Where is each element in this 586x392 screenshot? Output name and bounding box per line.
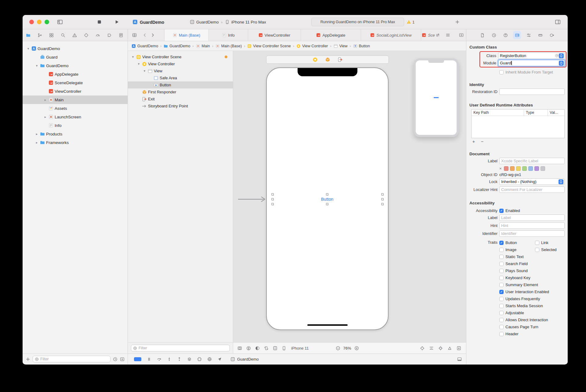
breadcrumb-item-guarddemo[interactable]: GuardDemo — [164, 44, 190, 48]
color-swatch-1[interactable] — [510, 166, 515, 171]
accessibility-hint-input[interactable] — [499, 222, 565, 229]
navigator-item-assets[interactable]: Assets — [23, 104, 128, 113]
canvas-control-rotate[interactable] — [264, 346, 269, 351]
zoom-level[interactable]: 76% — [343, 346, 351, 351]
color-swatch-2[interactable] — [516, 166, 521, 171]
module-dropdown-icon[interactable] — [559, 61, 564, 66]
navigator-tab-tests[interactable] — [82, 31, 90, 39]
new-tab-icon[interactable] — [455, 20, 460, 24]
canvas-control-resolve[interactable] — [447, 346, 452, 351]
canvas-control-appearance[interactable] — [255, 346, 260, 351]
canvas-control-phone-ic[interactable] — [282, 346, 286, 351]
add-attribute-button[interactable]: + — [471, 139, 476, 144]
navigator-item-products[interactable]: Products — [23, 130, 128, 138]
toggle-right-sidebar-icon[interactable] — [555, 19, 561, 25]
disclosure-chevron-icon[interactable] — [35, 64, 39, 68]
trait-checkbox-user-interaction-enabled[interactable] — [499, 290, 504, 294]
lock-dropdown[interactable]: Inherited - (Nothing) — [499, 178, 565, 185]
color-swatch-3[interactable] — [522, 166, 527, 171]
inherit-module-checkbox[interactable] — [499, 70, 504, 74]
outline-item-storyboard-entry-point[interactable]: Storyboard Entry Point — [128, 102, 233, 110]
inspector-tab-identity[interactable] — [513, 31, 521, 39]
breadcrumb-item-main-base[interactable]: Main (Base) — [215, 44, 242, 48]
selection-handle[interactable] — [272, 198, 274, 200]
exit-icon[interactable] — [338, 57, 343, 62]
navigator-item-guarddemo[interactable]: GuardDemo — [23, 44, 128, 53]
debug-pause-button[interactable] — [147, 357, 151, 361]
trait-checkbox-button[interactable] — [499, 241, 504, 245]
document-label-input[interactable] — [499, 158, 565, 164]
go-back-icon[interactable] — [143, 33, 147, 38]
disclosure-chevron-icon[interactable] — [143, 69, 146, 73]
disclosure-chevron-icon[interactable] — [137, 62, 141, 66]
editor-tab-socialloginlistview[interactable]: SocialLoginListView — [361, 29, 421, 41]
outline-filter-field[interactable] — [131, 345, 230, 351]
inspector-tab-history[interactable] — [490, 31, 498, 39]
outline-filter-input[interactable] — [139, 346, 228, 350]
debug-step-over-button[interactable] — [157, 357, 161, 361]
canvas-device-name[interactable]: iPhone 11 — [291, 346, 309, 351]
trait-checkbox-keyboard-key[interactable] — [499, 276, 504, 280]
selection-handle[interactable] — [382, 198, 384, 200]
trait-checkbox-updates-frequently[interactable] — [499, 297, 504, 301]
source-control-status-icon[interactable] — [120, 357, 125, 361]
editor-layout-icon[interactable] — [132, 33, 137, 38]
warning-badge[interactable]: 1 — [407, 20, 414, 24]
trait-checkbox-link[interactable] — [535, 241, 539, 245]
outline-item-button[interactable]: BButton — [128, 81, 233, 88]
breadcrumb-item-view[interactable]: View — [334, 44, 348, 48]
disclosure-chevron-icon[interactable] — [43, 115, 47, 119]
first-responder-icon[interactable] — [325, 57, 330, 62]
breadcrumb-item-button[interactable]: BButton — [353, 44, 370, 48]
selection-handle[interactable] — [272, 203, 274, 205]
canvas-control-embed[interactable] — [457, 346, 461, 351]
disclosure-chevron-icon[interactable] — [131, 55, 135, 59]
selection-handle[interactable] — [272, 193, 274, 196]
zoom-out-icon[interactable] — [336, 346, 340, 351]
editor-tab-viewcontroller[interactable]: ViewController — [248, 29, 301, 41]
breadcrumb-item-view-controller[interactable]: View Controller — [296, 44, 328, 48]
navigator-tab-reports[interactable] — [117, 31, 125, 39]
navigator-tab-breakpoints[interactable] — [105, 31, 113, 39]
selection-handle[interactable] — [326, 203, 328, 205]
inspector-tab-size[interactable] — [536, 31, 544, 39]
editor-tab-main-base[interactable]: Main (Base) — [165, 29, 209, 41]
selection-handle[interactable] — [326, 193, 328, 196]
trait-checkbox-image[interactable] — [499, 248, 504, 252]
inspector-tab-file[interactable] — [478, 31, 486, 39]
debug-hierarchy-button[interactable] — [187, 357, 192, 361]
canvas-control-bezel[interactable] — [237, 346, 242, 351]
navigator-item-guarddemo[interactable]: GuardDemo — [23, 61, 128, 70]
code-review-icon[interactable] — [436, 33, 440, 38]
clear-color-icon[interactable]: × — [499, 166, 502, 171]
editor-tab-appdelegate[interactable]: AppDelegate — [301, 29, 361, 41]
trait-checkbox-selected[interactable] — [535, 248, 539, 252]
navigator-tab-find[interactable] — [59, 31, 67, 39]
navigator-filter-field[interactable] — [33, 356, 110, 362]
inspector-tab-connections[interactable] — [548, 31, 556, 39]
accessibility-identifier-input[interactable] — [499, 230, 565, 237]
recent-files-icon[interactable] — [113, 357, 118, 361]
debug-environment-button[interactable] — [207, 357, 212, 361]
outline-item-view-controller[interactable]: View Controller — [128, 60, 233, 67]
toggle-debug-area-icon[interactable] — [457, 357, 462, 361]
remove-attribute-button[interactable]: − — [480, 139, 485, 144]
module-field[interactable]: Guard — [498, 60, 565, 66]
zoom-in-icon[interactable] — [354, 346, 359, 351]
outline-item-exit[interactable]: Exit — [128, 95, 233, 102]
navigator-filter-input[interactable] — [40, 357, 108, 361]
navigator-item-info[interactable]: Info — [23, 121, 128, 130]
outline-item-view-controller-scene[interactable]: View Controller Scene — [128, 53, 233, 60]
breadcrumb-item-main[interactable]: Main — [196, 44, 210, 48]
trait-checkbox-search-field[interactable] — [499, 262, 504, 266]
go-forward-icon[interactable] — [150, 33, 155, 38]
editor-tab-sce[interactable]: Sce — [421, 29, 436, 41]
trait-checkbox-plays-sound[interactable] — [499, 269, 504, 273]
navigator-tab-issues[interactable] — [71, 31, 78, 39]
navigator-item-frameworks[interactable]: Frameworks — [23, 138, 128, 147]
editor-tab-info[interactable]: Info — [209, 29, 248, 41]
class-dropdown-icon[interactable] — [559, 53, 564, 58]
color-swatch-4[interactable] — [528, 166, 533, 171]
scheme-selector[interactable]: GuardDemo › iPhone 11 Pro Max — [190, 20, 266, 24]
disclosure-chevron-icon[interactable] — [26, 47, 30, 51]
